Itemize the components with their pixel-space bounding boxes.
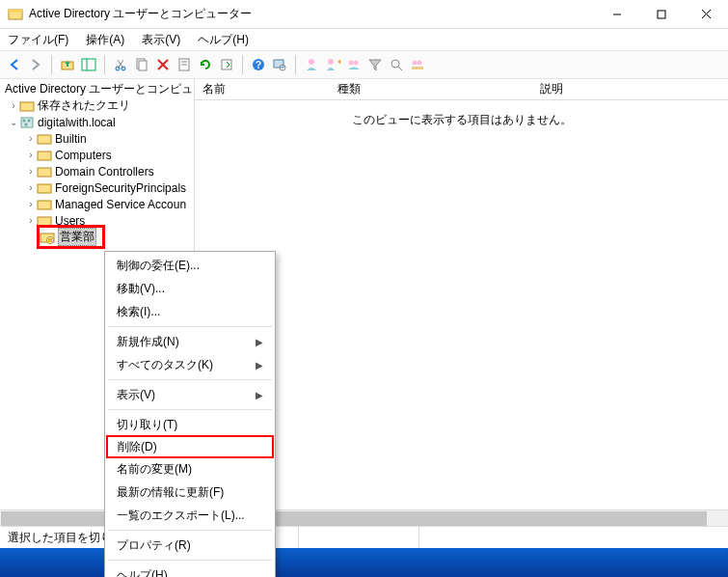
expand-icon[interactable]: › — [25, 182, 37, 193]
menu-file[interactable]: ファイル(F) — [6, 31, 70, 49]
svg-rect-7 — [82, 59, 95, 70]
expand-icon[interactable]: › — [25, 166, 37, 177]
svg-rect-1 — [9, 10, 22, 13]
ctx-cut[interactable]: 切り取り(T) — [107, 413, 273, 436]
toolbar: ? ✶ — [0, 50, 728, 79]
submenu-arrow-icon: ▶ — [256, 390, 263, 400]
minimize-button[interactable] — [595, 0, 639, 28]
tree-node-builtin[interactable]: ›Builtin — [25, 130, 194, 147]
ctx-export-list[interactable]: 一覧のエクスポート(L)... — [107, 504, 273, 527]
menu-view[interactable]: 表示(V) — [140, 31, 182, 49]
titlebar: Active Directory ユーザーとコンピューター — [0, 0, 728, 29]
svg-line-31 — [398, 67, 402, 70]
advanced-users-icon[interactable] — [409, 56, 426, 73]
submenu-arrow-icon: ▶ — [256, 337, 263, 347]
find-icon[interactable] — [271, 56, 288, 73]
query-icon[interactable] — [388, 56, 405, 73]
svg-rect-34 — [412, 67, 423, 69]
svg-point-25 — [309, 59, 314, 65]
col-type[interactable]: 種類 — [330, 81, 532, 97]
expand-icon[interactable]: › — [25, 150, 37, 160]
svg-rect-44 — [38, 184, 51, 193]
ctx-delegate[interactable]: 制御の委任(E)... — [107, 254, 273, 277]
svg-rect-43 — [38, 168, 51, 177]
expand-icon[interactable]: › — [25, 133, 37, 144]
col-desc[interactable]: 説明 — [532, 81, 728, 97]
svg-rect-3 — [658, 11, 665, 18]
ctx-rename[interactable]: 名前の変更(M) — [107, 457, 273, 481]
export-list-icon[interactable] — [218, 56, 235, 73]
ctx-all-tasks[interactable]: すべてのタスク(K)▶ — [107, 353, 273, 376]
ctx-new[interactable]: 新規作成(N)▶ — [107, 330, 273, 353]
list-header: 名前 種類 説明 — [195, 79, 728, 100]
ctx-properties[interactable]: プロパティ(R) — [107, 534, 273, 557]
ctx-find[interactable]: 検索(I)... — [107, 300, 273, 323]
ctx-move[interactable]: 移動(V)... — [107, 277, 273, 300]
add-user-icon[interactable]: ✶ — [324, 56, 341, 73]
up-folder-icon[interactable] — [59, 56, 76, 73]
ctx-help[interactable]: ヘルプ(H) — [107, 563, 273, 577]
delete-icon[interactable] — [154, 56, 172, 73]
menubar: ファイル(F) 操作(A) 表示(V) ヘルプ(H) — [0, 29, 728, 50]
close-button[interactable] — [684, 0, 728, 28]
tree-node-domain-controllers[interactable]: ›Domain Controllers — [25, 163, 194, 179]
ctx-view[interactable]: 表示(V)▶ — [107, 383, 273, 406]
forward-icon[interactable] — [27, 56, 44, 73]
menu-action[interactable]: 操作(A) — [84, 31, 126, 49]
svg-text:✶: ✶ — [337, 58, 340, 67]
tree-node-computers[interactable]: ›Computers — [25, 147, 194, 163]
svg-rect-45 — [38, 201, 51, 209]
filter-icon[interactable] — [366, 56, 384, 73]
show-hide-tree-icon[interactable] — [80, 56, 97, 73]
tree-node-sales-ou[interactable]: 営業部 — [25, 229, 194, 245]
ou-icon — [40, 230, 55, 245]
tree-node-msa[interactable]: ›Managed Service Accoun — [25, 196, 194, 212]
app-icon — [8, 7, 23, 22]
tree-domain[interactable]: ⌄ digitalwith.local — [2, 114, 194, 130]
copy-icon[interactable] — [133, 56, 150, 73]
svg-point-38 — [23, 119, 26, 122]
svg-rect-49 — [48, 238, 52, 242]
status-cell-2 — [299, 527, 419, 548]
svg-text:?: ? — [256, 60, 261, 70]
svg-rect-41 — [38, 135, 51, 144]
svg-rect-37 — [21, 118, 33, 127]
svg-point-40 — [25, 123, 28, 125]
add-group-icon[interactable] — [345, 56, 363, 73]
help-icon[interactable]: ? — [250, 56, 267, 73]
cut-icon[interactable] — [112, 56, 129, 73]
user-icon[interactable] — [303, 56, 320, 73]
maximize-button[interactable] — [639, 0, 684, 28]
svg-rect-42 — [38, 151, 51, 160]
tree-node-fsp[interactable]: ›ForeignSecurityPrincipals — [25, 179, 194, 196]
back-icon[interactable] — [6, 56, 23, 73]
tree-root[interactable]: Active Directory ユーザーとコンピュー — [2, 81, 194, 97]
collapse-icon[interactable]: ⌄ — [8, 117, 19, 127]
expand-icon[interactable]: › — [25, 199, 37, 209]
svg-point-28 — [349, 61, 354, 66]
tree-saved-queries[interactable]: › 保存されたクエリ — [2, 97, 194, 114]
window-title: Active Directory ユーザーとコンピューター — [29, 6, 595, 22]
svg-rect-23 — [274, 60, 283, 68]
col-name[interactable]: 名前 — [195, 81, 330, 97]
ctx-delete[interactable]: 削除(D) — [106, 435, 274, 458]
expand-icon[interactable]: › — [25, 215, 37, 226]
submenu-arrow-icon: ▶ — [256, 360, 263, 371]
svg-point-32 — [413, 61, 418, 66]
highlight-selected: 営業部 — [37, 225, 105, 249]
expand-icon[interactable]: › — [8, 100, 19, 111]
svg-point-39 — [28, 119, 31, 122]
refresh-icon[interactable] — [197, 56, 214, 73]
ctx-refresh[interactable]: 最新の情報に更新(F) — [107, 481, 273, 504]
empty-message: このビューに表示する項目はありません。 — [195, 112, 728, 128]
svg-point-29 — [354, 61, 359, 66]
svg-point-30 — [391, 60, 399, 68]
context-menu: 制御の委任(E)... 移動(V)... 検索(I)... 新規作成(N)▶ す… — [104, 251, 276, 577]
status-cell-3 — [419, 527, 728, 548]
properties-icon[interactable] — [175, 56, 193, 73]
svg-point-33 — [418, 61, 422, 66]
menu-help[interactable]: ヘルプ(H) — [196, 31, 251, 49]
svg-rect-36 — [20, 102, 34, 111]
svg-point-26 — [328, 59, 334, 65]
svg-rect-14 — [139, 61, 147, 70]
